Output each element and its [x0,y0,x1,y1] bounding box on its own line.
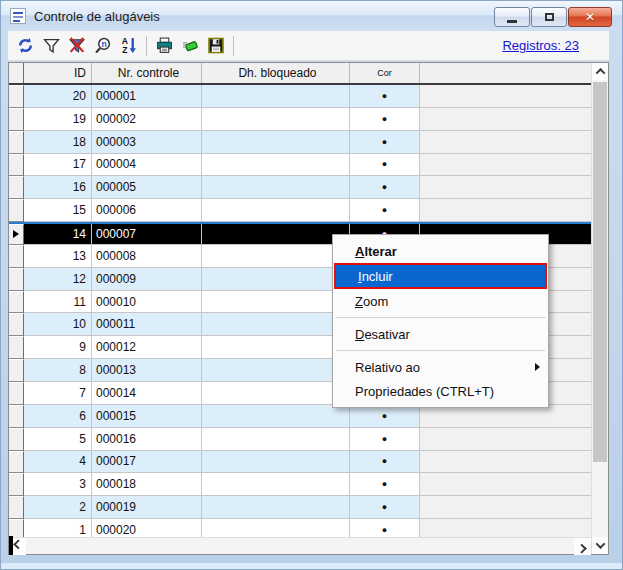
refresh-button[interactable] [12,34,38,58]
cell-dh-bloqueado [202,473,350,496]
vscrollbar-thumb[interactable] [593,82,607,462]
cell-dh-bloqueado [202,451,350,474]
minimize-button[interactable] [494,7,530,27]
menu-item-relativo-ao[interactable]: Relativo ao [333,355,548,379]
cell-nr-controle: 000005 [92,176,202,199]
cell-dh-bloqueado [202,131,350,154]
cell-dh-bloqueado [202,108,350,131]
maximize-button[interactable] [531,7,567,27]
row-selector-cell[interactable] [9,268,24,291]
row-selector-cell[interactable] [9,359,24,382]
cell-cor: ● [350,199,420,222]
table-row[interactable]: 19000002● [9,108,591,131]
row-selector-cell[interactable] [9,154,24,177]
vscroll-track[interactable] [592,80,608,537]
print-button[interactable] [151,34,177,58]
scroll-right-button[interactable] [574,538,591,555]
row-selector-cell[interactable] [9,131,24,154]
zoom-button[interactable]: n [90,34,116,58]
row-selector-cell[interactable] [9,176,24,199]
cell-cor: ● [350,473,420,496]
row-selector-cell[interactable] [9,405,24,428]
column-header-nr-controle[interactable]: Nr. controle [92,63,202,83]
row-selector-cell[interactable] [9,245,24,268]
cell-nr-controle: 000015 [92,405,202,428]
close-button[interactable]: ✕ [568,7,612,27]
menu-separator [336,317,545,318]
column-header-cor[interactable]: Cor [350,63,420,83]
table-row[interactable]: 16000005● [9,176,591,199]
row-selector-cell[interactable] [9,428,24,451]
row-selector-cell[interactable] [9,451,24,474]
column-header-id[interactable]: ID [24,63,92,83]
scroll-down-button[interactable] [592,537,608,554]
filter-button[interactable] [38,34,64,58]
cell-dh-bloqueado [202,359,350,382]
cell-nr-controle: 000007 [92,224,202,245]
table-row[interactable]: 5000016● [9,428,591,451]
svg-text:Z: Z [122,45,127,54]
cell-id: 3 [24,473,92,496]
row-selector-cell[interactable] [9,496,24,519]
toolbar-separator [146,36,147,56]
context-menu: AlterarIncluirZoomDesativarRelativo aoPr… [332,234,549,408]
table-row[interactable]: 1000020● [9,519,591,537]
sort-button[interactable]: AZ [116,34,142,58]
cell-id: 5 [24,428,92,451]
row-selector-cell[interactable] [9,336,24,359]
cell-dh-bloqueado [202,199,350,222]
remove-filter-button[interactable] [64,34,90,58]
table-row[interactable]: 4000017● [9,451,591,474]
table-row[interactable]: 2000019● [9,496,591,519]
menu-item-propriedades-ctrl-t[interactable]: Propriedades (CTRL+T) [333,379,548,403]
table-row[interactable]: 15000006● [9,199,591,222]
menu-item-zoom[interactable]: Zoom [333,289,548,313]
remove-filter-icon [68,37,86,54]
zoom-search-icon: n [94,37,112,54]
scroll-up-button[interactable] [592,63,608,80]
table-row[interactable]: 17000004● [9,154,591,177]
export-tag-icon [181,37,200,54]
cell-dh-bloqueado [202,154,350,177]
row-selector-cell[interactable] [9,313,24,336]
save-button[interactable] [203,34,229,58]
row-selector-cell[interactable] [9,224,24,245]
table-row[interactable]: 20000001● [9,85,591,108]
menu-item-incluir[interactable]: Incluir [336,265,545,287]
vertical-scrollbar[interactable] [591,63,608,554]
hscrollbar-thumb[interactable] [9,536,13,555]
toolbar-separator [233,36,234,56]
cell-dh-bloqueado [202,336,350,359]
cell-dh-bloqueado [202,245,350,268]
row-selector-cell[interactable] [9,473,24,496]
row-filler [420,473,591,496]
row-selector-cell[interactable] [9,108,24,131]
cell-nr-controle: 000004 [92,154,202,177]
row-selector-cell[interactable] [9,199,24,222]
cell-nr-controle: 000011 [92,313,202,336]
column-header-dh-bloqueado[interactable]: Dh. bloqueado [202,63,350,83]
titlebar[interactable]: Controle de alugáveis ✕ [1,1,622,31]
cell-cor: ● [350,154,420,177]
export-tag-button[interactable] [177,34,203,58]
row-selector-cell[interactable] [9,291,24,314]
row-selector-cell[interactable] [9,382,24,405]
cell-id: 20 [24,85,92,108]
row-selector-cell[interactable] [9,519,24,537]
cell-id: 16 [24,176,92,199]
table-row[interactable]: 6000015● [9,405,591,428]
table-row[interactable]: 3000018● [9,473,591,496]
row-filler [420,85,591,108]
menu-separator [336,350,545,351]
row-selector-cell[interactable] [9,85,24,108]
records-count-link[interactable]: Registros: 23 [502,38,579,53]
horizontal-scrollbar[interactable] [9,537,591,554]
cell-dh-bloqueado [202,496,350,519]
cell-nr-controle: 000020 [92,519,202,537]
table-row[interactable]: 18000003● [9,131,591,154]
cell-id: 6 [24,405,92,428]
menu-item-desativar[interactable]: Desativar [333,322,548,346]
cell-id: 11 [24,291,92,314]
cell-id: 4 [24,451,92,474]
menu-item-alterar[interactable]: Alterar [333,239,548,263]
